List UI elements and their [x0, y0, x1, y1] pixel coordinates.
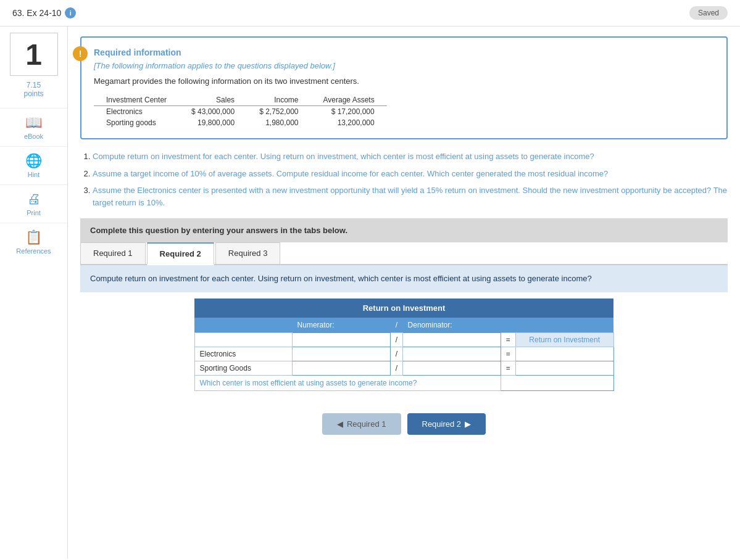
roi-title-row: Return on Investment	[194, 299, 613, 318]
nav-buttons: ◀ Required 1 Required 2 ▶	[80, 401, 728, 441]
cell-assets-2: 13,200,000	[311, 117, 387, 128]
req-info-title: Required information	[94, 47, 714, 57]
which-center-answer[interactable]	[504, 378, 611, 388]
tab-required2[interactable]: Required 2	[147, 242, 214, 265]
col-header-income: Income	[247, 94, 310, 106]
roi-row-label-0	[194, 332, 293, 347]
points-display: 7.15 points	[23, 81, 43, 98]
req-info-subtitle: [The following information applies to th…	[94, 61, 714, 70]
next-label: Required 2	[422, 419, 462, 429]
info-icon[interactable]: i	[65, 7, 76, 19]
tab-instruction: Compute return on investment for each ce…	[80, 265, 728, 292]
tab-required3[interactable]: Required 3	[215, 242, 281, 264]
references-icon: 📋	[25, 229, 42, 245]
cell-center-1: Electronics	[94, 106, 179, 118]
cell-sales-2: 19,800,000	[179, 117, 247, 128]
cell-income-1: $ 2,752,000	[247, 106, 310, 118]
tab-required1[interactable]: Required 1	[80, 242, 146, 264]
print-label: Print	[27, 209, 41, 216]
question-number: 1	[10, 33, 58, 76]
roi-slash-elec: /	[390, 347, 402, 361]
table-row: Electronics $ 43,000,000 $ 2,752,000 $ 1…	[94, 106, 387, 118]
cell-income-2: 1,980,000	[247, 117, 310, 128]
col-header-sales: Sales	[179, 94, 247, 106]
roi-numerator-label: Numerator:	[293, 318, 391, 333]
col-header-assets: Average Assets	[311, 94, 387, 106]
roi-denominator-label: Denominator:	[403, 318, 501, 333]
roi-table-wrapper: Return on Investment Numerator: / Denomi…	[80, 292, 728, 401]
sidebar-item-references[interactable]: 📋 References	[0, 223, 67, 261]
sidebar: 1 7.15 points 📖 eBook 🌐 Hint 🖨 Print 📋 R…	[0, 27, 68, 559]
roi-sporting-result[interactable]	[518, 363, 611, 373]
instruction-3: Assume the Electronics center is present…	[93, 184, 728, 208]
roi-equals-sport: =	[501, 361, 515, 375]
sidebar-item-print[interactable]: 🖨 Print	[0, 184, 67, 223]
roi-sporting-row: Sporting Goods / =	[194, 361, 613, 375]
points-value: 7.15	[27, 81, 41, 89]
roi-denominator-input-0[interactable]	[405, 335, 498, 345]
tabs-bar: Required 1 Required 2 Required 3	[80, 242, 728, 265]
roi-electronics-denominator[interactable]	[405, 349, 498, 359]
hint-label: Hint	[28, 171, 40, 178]
req-info-text: Megamart provides the following informat…	[94, 76, 714, 86]
roi-title: Return on Investment	[194, 299, 613, 318]
which-center-row: Which center is most efficient at using …	[194, 375, 613, 390]
roi-sporting-numerator[interactable]	[295, 363, 388, 373]
references-label: References	[16, 247, 51, 255]
complete-bar: Complete this question by entering your …	[80, 218, 728, 242]
ebook-label: eBook	[24, 133, 43, 140]
roi-slash-header: /	[390, 318, 402, 333]
content-area: ! Required information [The following in…	[68, 27, 740, 559]
exclamation-icon: !	[73, 46, 88, 61]
tab-content: Compute return on investment for each ce…	[80, 265, 728, 401]
sidebar-item-ebook[interactable]: 📖 eBook	[0, 108, 67, 146]
roi-equals-elec: =	[501, 347, 515, 361]
investment-data-table: Investment Center Sales Income Average A…	[94, 94, 387, 128]
instruction-2: Assume a target income of 10% of average…	[93, 168, 728, 180]
next-button[interactable]: Required 2 ▶	[407, 413, 486, 435]
roi-electronics-row: Electronics / =	[194, 347, 613, 361]
ebook-icon: 📖	[25, 115, 42, 131]
roi-electronics-label: Electronics	[194, 347, 293, 361]
prev-button[interactable]: ◀ Required 1	[322, 413, 401, 435]
required-info-box: ! Required information [The following in…	[80, 36, 728, 139]
roi-electronics-numerator[interactable]	[295, 349, 388, 359]
roi-slash-0: /	[390, 332, 402, 347]
saved-badge: Saved	[689, 6, 728, 20]
exercise-title: 63. Ex 24-10	[12, 8, 61, 18]
roi-numerator-input-0[interactable]	[295, 335, 388, 345]
roi-result-header	[515, 318, 613, 333]
cell-assets-1: $ 17,200,000	[311, 106, 387, 118]
hint-icon: 🌐	[25, 153, 42, 169]
roi-subheader-row: Numerator: / Denominator:	[194, 318, 613, 333]
cell-center-2: Sporting goods	[94, 117, 179, 128]
main-layout: 1 7.15 points 📖 eBook 🌐 Hint 🖨 Print 📋 R…	[0, 27, 740, 559]
instructions: Compute return on investment for each ce…	[80, 150, 728, 208]
col-header-center: Investment Center	[94, 94, 179, 106]
print-icon: 🖨	[27, 191, 41, 207]
instruction-1: Compute return on investment for each ce…	[93, 150, 728, 163]
roi-header-input-row: / = Return on Investment	[194, 332, 613, 347]
roi-equals-0: =	[501, 332, 515, 347]
top-bar: 63. Ex 24-10 i Saved	[0, 0, 740, 27]
roi-result-label: Return on Investment	[515, 332, 613, 347]
cell-sales-1: $ 43,000,000	[179, 106, 247, 118]
roi-table: Return on Investment Numerator: / Denomi…	[194, 299, 614, 391]
roi-slash-sport: /	[390, 361, 402, 375]
prev-label: Required 1	[347, 419, 386, 429]
roi-sporting-denominator[interactable]	[405, 363, 498, 373]
points-label: points	[23, 89, 43, 98]
page-title: 63. Ex 24-10 i	[12, 7, 76, 19]
roi-electronics-result[interactable]	[518, 349, 611, 359]
roi-subheader-empty	[194, 318, 293, 333]
roi-equals-header	[501, 318, 515, 333]
roi-sporting-label: Sporting Goods	[194, 361, 293, 375]
which-center-label: Which center is most efficient at using …	[194, 375, 501, 390]
table-row: Sporting goods 19,800,000 1,980,000 13,2…	[94, 117, 387, 128]
sidebar-item-hint[interactable]: 🌐 Hint	[0, 146, 67, 184]
